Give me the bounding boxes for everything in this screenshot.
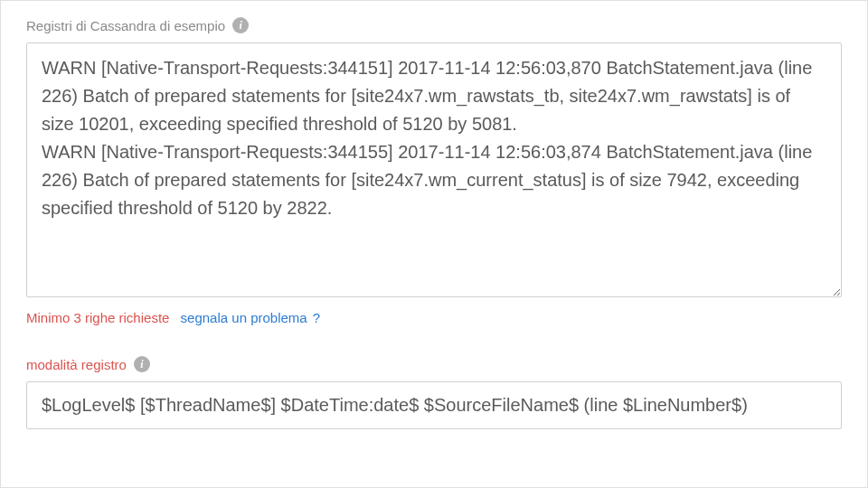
min-rows-hint: Minimo 3 righe richieste <box>26 310 169 325</box>
pattern-label-text: modalità registro <box>26 357 127 372</box>
sample-logs-textarea[interactable]: WARN [Native-Transport-Requests:344151] … <box>26 42 842 297</box>
pattern-label: modalità registro i <box>26 356 842 372</box>
info-icon[interactable]: i <box>232 17 249 33</box>
sample-logs-label-text: Registri di Cassandra di esempio <box>26 18 225 33</box>
pattern-input[interactable] <box>26 381 842 429</box>
question-mark-icon[interactable]: ? <box>313 310 320 325</box>
info-icon[interactable]: i <box>134 356 150 372</box>
hint-row: Minimo 3 righe richieste segnala un prob… <box>26 310 842 325</box>
pattern-section: modalità registro i <box>26 356 842 429</box>
report-problem-link[interactable]: segnala un problema <box>181 310 307 325</box>
sample-logs-label: Registri di Cassandra di esempio i <box>26 17 842 33</box>
